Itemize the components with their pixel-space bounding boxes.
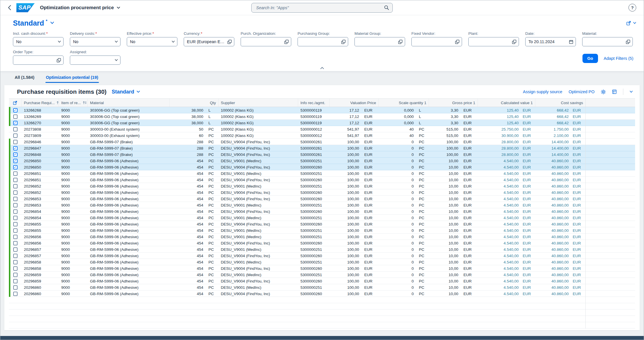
table-row[interactable]: 20296847 9000 GB-RM-S999-07 (Brake) 288 …: [9, 145, 635, 151]
table-row[interactable]: 20296850 9000 GB-RM-S999-06 (Adhesive) 4…: [9, 164, 635, 170]
checkbox[interactable]: [13, 279, 18, 283]
table-row[interactable]: 20296851 9000 GB-RM-S999-06 (Adhesive) 4…: [9, 170, 635, 177]
table-row[interactable]: 13266268 9000 303006-GG (Top coat green)…: [9, 107, 635, 113]
row-select-checkbox[interactable]: [9, 183, 22, 189]
value-help-icon[interactable]: [454, 40, 459, 44]
variant-selector[interactable]: Standard*: [13, 19, 54, 27]
column-header-purchase-requisition[interactable]: Purchase Requi...: [22, 99, 59, 107]
table-row[interactable]: 20296846 9000 GB-RM-S999-07 (Brake) 288 …: [9, 139, 635, 145]
row-select-checkbox[interactable]: [9, 164, 22, 170]
column-header-valuation-price[interactable]: Valuation Price: [330, 99, 379, 107]
checkbox[interactable]: [13, 285, 18, 290]
assign-supply-source-link[interactable]: Assign supply source: [523, 89, 562, 94]
row-select-checkbox[interactable]: [9, 120, 22, 126]
filter-input[interactable]: No: [70, 37, 120, 46]
filter-input[interactable]: [411, 37, 462, 46]
row-select-checkbox[interactable]: [9, 221, 22, 227]
row-select-checkbox[interactable]: [9, 291, 22, 297]
table-row[interactable]: 13266269 9000 303006-GG (Top coat green)…: [9, 113, 635, 120]
table-row[interactable]: 20296856 9000 GB-RM-S999-06 (Adhesive) 4…: [9, 234, 635, 240]
value-help-icon[interactable]: [283, 40, 289, 44]
filter-input[interactable]: [70, 56, 120, 65]
chevron-down-icon[interactable]: [633, 22, 636, 24]
filter-input[interactable]: No: [13, 37, 64, 46]
checkbox[interactable]: [13, 292, 18, 296]
row-select-checkbox[interactable]: [9, 151, 22, 158]
chevron-down-icon[interactable]: [57, 41, 61, 43]
row-select-checkbox[interactable]: [9, 145, 22, 151]
calendar-icon[interactable]: [568, 40, 573, 44]
row-select-checkbox[interactable]: [9, 246, 22, 253]
row-select-checkbox[interactable]: [9, 240, 22, 246]
checkbox[interactable]: [13, 146, 18, 150]
checkbox[interactable]: [13, 209, 18, 214]
adapt-filters-link[interactable]: Adapt Filters (5): [604, 56, 633, 61]
checkbox[interactable]: [13, 108, 18, 112]
checkbox[interactable]: [13, 260, 18, 264]
search-input[interactable]: Search In: "Apps": [251, 3, 393, 13]
row-select-checkbox[interactable]: [9, 196, 22, 202]
checkbox[interactable]: [13, 184, 18, 188]
checkbox[interactable]: [13, 273, 18, 277]
checkbox[interactable]: [13, 165, 18, 169]
row-select-checkbox[interactable]: [9, 158, 22, 164]
row-select-checkbox[interactable]: [9, 259, 22, 265]
row-select-checkbox[interactable]: [9, 202, 22, 208]
table-row[interactable]: 20296859 9000 GB-RM-S999-06 (Adhesive) 4…: [9, 278, 635, 284]
checkbox[interactable]: [13, 228, 18, 233]
value-help-icon[interactable]: [511, 40, 516, 44]
row-select-checkbox[interactable]: [9, 170, 22, 177]
chevron-down-icon[interactable]: [170, 41, 175, 43]
table-row[interactable]: 20296855 9000 GB-RM-S999-06 (Adhesive) 4…: [9, 221, 635, 227]
checkbox[interactable]: [13, 159, 18, 163]
checkbox[interactable]: [13, 266, 18, 271]
table-row[interactable]: 20296860 9000 GB-RM-S999-06 (Adhesive) 4…: [9, 291, 635, 297]
table-row[interactable]: 13266270 9000 303006-GG (Top coat green)…: [9, 120, 635, 126]
checkbox[interactable]: [13, 247, 18, 252]
value-help-icon[interactable]: [625, 40, 630, 44]
value-help-icon[interactable]: [340, 40, 346, 44]
checkbox[interactable]: [13, 203, 18, 207]
chevron-down-icon[interactable]: [114, 59, 118, 61]
table-row[interactable]: 20296848 9000 GB-RM-S999-07 (Brake) 288 …: [9, 151, 635, 158]
row-select-checkbox[interactable]: [9, 234, 22, 240]
checkbox[interactable]: [13, 152, 18, 157]
filter-input[interactable]: EUR (European Euro): [184, 37, 234, 46]
table-row[interactable]: 20296859 9000 GB-RM-S999-06 (Adhesive) 4…: [9, 272, 635, 278]
table-variant-selector[interactable]: Standard: [112, 89, 140, 95]
row-select-checkbox[interactable]: [9, 272, 22, 278]
column-header-gross-price[interactable]: Gross price 1: [429, 99, 478, 107]
filter-input[interactable]: [241, 37, 291, 46]
table-row[interactable]: 20273809 9000 300003-00 (Exhaust system)…: [9, 132, 635, 139]
row-select-checkbox[interactable]: [9, 139, 22, 145]
filter-input[interactable]: [13, 56, 64, 65]
back-icon[interactable]: [8, 5, 11, 10]
filter-input[interactable]: [582, 37, 633, 46]
checkbox[interactable]: [13, 114, 18, 119]
go-button[interactable]: Go: [582, 54, 598, 63]
column-header-material[interactable]: Material: [88, 99, 170, 107]
checkbox[interactable]: [13, 254, 18, 258]
column-header-qty[interactable]: Qty: [170, 99, 218, 107]
row-select-checkbox[interactable]: [9, 126, 22, 132]
checkbox[interactable]: [13, 235, 18, 239]
search-icon[interactable]: [384, 5, 389, 10]
table-row[interactable]: 20296854 9000 GB-RM-S999-06 (Adhesive) 4…: [9, 208, 635, 215]
table-row[interactable]: 20296853 9000 GB-RM-S999-06 (Adhesive) 4…: [9, 196, 635, 202]
column-header-item[interactable]: Item of re...: [59, 99, 88, 107]
chevron-down-icon[interactable]: [630, 91, 633, 93]
checkbox[interactable]: [13, 140, 18, 144]
optimized-po-link[interactable]: Optimized PO: [569, 89, 595, 94]
app-title-menu[interactable]: Optimization procurement price: [40, 5, 120, 11]
table-row[interactable]: 20296852 9000 GB-RM-S999-06 (Adhesive) 4…: [9, 189, 635, 196]
table-row[interactable]: 20296860 9000 GB-RM-S999-06 (Adhesive) 4…: [9, 284, 635, 291]
row-select-checkbox[interactable]: [9, 113, 22, 120]
checkbox[interactable]: [13, 190, 18, 195]
row-select-checkbox[interactable]: [9, 227, 22, 234]
checkbox[interactable]: [13, 216, 18, 220]
chevron-down-icon[interactable]: [114, 41, 118, 43]
column-header-scale-quantity[interactable]: Scale quantity 1: [379, 99, 429, 107]
filter-input[interactable]: [298, 37, 348, 46]
row-select-checkbox[interactable]: [9, 253, 22, 259]
table-row[interactable]: 20273808 9000 300003-00 (Exhaust system)…: [9, 126, 635, 132]
